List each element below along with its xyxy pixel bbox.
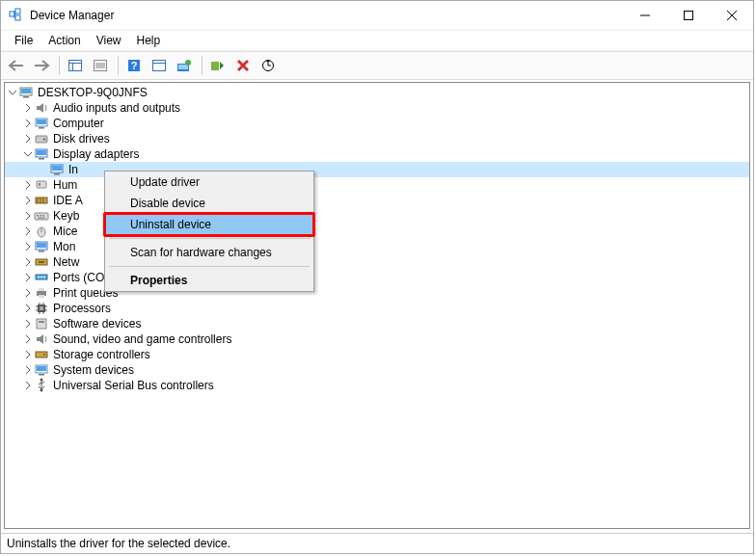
svg-rect-29 xyxy=(37,119,46,124)
ctx-separator xyxy=(109,266,310,267)
svg-rect-34 xyxy=(37,150,46,155)
svg-rect-49 xyxy=(38,218,45,219)
chevron-right-icon[interactable] xyxy=(22,239,34,254)
svg-rect-26 xyxy=(21,89,31,93)
svg-point-59 xyxy=(40,277,42,278)
scan-hardware-button[interactable] xyxy=(256,55,280,76)
svg-point-58 xyxy=(38,277,40,278)
svg-rect-62 xyxy=(39,288,44,291)
svg-rect-0 xyxy=(10,12,14,16)
chevron-right-icon[interactable] xyxy=(22,362,34,378)
svg-rect-46 xyxy=(37,215,39,217)
computer-icon xyxy=(18,85,34,100)
ctx-uninstall-device[interactable]: Uninstall device xyxy=(105,214,313,235)
chevron-right-icon[interactable] xyxy=(22,224,34,239)
chevron-right-icon[interactable] xyxy=(22,301,34,316)
tree-root-label: DESKTOP-9Q0JNFS xyxy=(38,85,148,100)
tree-item[interactable]: Storage controllers xyxy=(5,347,749,362)
svg-rect-56 xyxy=(39,261,44,263)
toolbar: ? xyxy=(1,51,753,80)
properties-button[interactable] xyxy=(89,55,112,76)
menu-bar: File Action View Help xyxy=(1,31,753,51)
chevron-right-icon[interactable] xyxy=(22,100,34,116)
chevron-right-icon[interactable] xyxy=(22,208,34,224)
ctx-disable-device[interactable]: Disable device xyxy=(105,193,313,214)
ctx-scan-hardware[interactable]: Scan for hardware changes xyxy=(105,242,313,263)
close-button[interactable] xyxy=(710,1,753,30)
maximize-button[interactable] xyxy=(666,1,710,30)
chevron-right-icon[interactable] xyxy=(22,347,34,362)
uninstall-button[interactable] xyxy=(231,55,255,76)
status-bar-wrap: Uninstalls the driver for the selected d… xyxy=(1,533,753,553)
chevron-right-icon[interactable] xyxy=(22,116,34,131)
storage-icon xyxy=(34,347,49,362)
menu-action[interactable]: Action xyxy=(40,32,88,49)
back-button[interactable] xyxy=(5,55,28,76)
svg-point-81 xyxy=(40,379,43,382)
tree-item[interactable]: Sound, video and game controllers xyxy=(5,331,749,347)
show-hide-tree-button[interactable] xyxy=(64,55,87,76)
audio-icon xyxy=(34,100,49,116)
tree-item-display-adapters[interactable]: Display adapters xyxy=(5,146,749,162)
ctx-properties[interactable]: Properties xyxy=(105,270,313,291)
cpu-icon xyxy=(34,301,49,316)
printer-icon xyxy=(34,285,49,301)
tree-root[interactable]: DESKTOP-9Q0JNFS xyxy=(5,85,749,100)
minimize-button[interactable] xyxy=(623,1,666,30)
menu-view[interactable]: View xyxy=(89,32,129,49)
action-button[interactable] xyxy=(148,55,171,76)
menu-help[interactable]: Help xyxy=(129,32,169,49)
tree-item[interactable]: Software devices xyxy=(5,316,749,331)
chevron-right-icon[interactable] xyxy=(22,378,34,393)
tree-item[interactable]: System devices xyxy=(5,362,749,378)
svg-rect-54 xyxy=(39,251,44,252)
tree-item[interactable]: Processors xyxy=(5,301,749,316)
menu-file[interactable]: File xyxy=(7,32,40,49)
device-tree[interactable]: DESKTOP-9Q0JNFS Audio inputs and outputs… xyxy=(5,83,749,528)
svg-point-60 xyxy=(43,277,45,278)
chevron-right-icon[interactable] xyxy=(22,331,34,347)
mouse-icon xyxy=(34,224,49,239)
chevron-right-icon[interactable] xyxy=(22,193,34,208)
svg-rect-30 xyxy=(39,127,44,129)
svg-rect-38 xyxy=(54,173,60,175)
chevron-down-icon[interactable] xyxy=(22,146,34,162)
chevron-right-icon[interactable] xyxy=(22,316,34,331)
ports-icon xyxy=(34,270,49,285)
keyboard-icon xyxy=(34,208,49,224)
chevron-right-icon[interactable] xyxy=(22,285,34,301)
monitor-icon xyxy=(34,239,49,254)
tree-item[interactable]: Disk drives xyxy=(5,131,749,146)
tree-item[interactable]: Universal Serial Bus controllers xyxy=(5,378,749,393)
help-button[interactable]: ? xyxy=(122,55,146,76)
network-icon xyxy=(34,254,49,270)
svg-rect-2 xyxy=(15,15,20,20)
display-adapter-icon xyxy=(49,162,65,177)
svg-rect-65 xyxy=(40,306,43,310)
svg-rect-76 xyxy=(36,352,47,357)
usb-icon xyxy=(34,378,49,393)
chevron-right-icon[interactable] xyxy=(22,270,34,285)
svg-rect-40 xyxy=(39,183,40,186)
ctx-separator xyxy=(109,238,310,239)
device-manager-window: Device Manager File Action View Help xyxy=(0,0,754,554)
svg-rect-53 xyxy=(37,243,46,248)
update-driver-button[interactable] xyxy=(173,55,196,76)
tree-item[interactable]: Audio inputs and outputs xyxy=(5,100,749,116)
chevron-right-icon[interactable] xyxy=(22,177,34,193)
ctx-update-driver[interactable]: Update driver xyxy=(105,172,313,193)
sound-icon xyxy=(34,331,49,347)
enable-device-button[interactable] xyxy=(206,55,230,76)
svg-rect-27 xyxy=(23,96,29,98)
svg-rect-19 xyxy=(178,65,188,69)
forward-button[interactable] xyxy=(30,55,53,76)
chevron-right-icon[interactable] xyxy=(22,131,34,146)
chevron-down-icon[interactable] xyxy=(7,85,18,100)
status-bar: Uninstalls the driver for the selected d… xyxy=(1,534,753,553)
status-text: Uninstalls the driver for the selected d… xyxy=(7,537,230,550)
disk-icon xyxy=(34,131,49,146)
chevron-right-icon[interactable] xyxy=(22,254,34,270)
svg-rect-7 xyxy=(69,61,82,71)
svg-text:?: ? xyxy=(131,60,138,71)
tree-item[interactable]: Computer xyxy=(5,116,749,131)
